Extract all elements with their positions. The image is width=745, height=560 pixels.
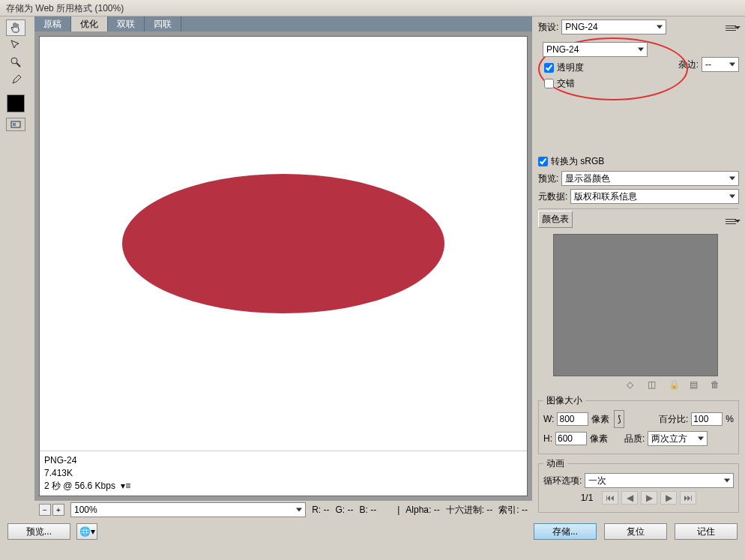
- preview-dropdown[interactable]: 显示器颜色: [561, 171, 739, 186]
- svg-line-1: [16, 63, 20, 67]
- browser-preview-button[interactable]: 🌐▾: [76, 523, 97, 540]
- height-label: H:: [543, 433, 552, 444]
- info-menu-icon[interactable]: ▾≡: [121, 480, 130, 493]
- readout-b: B: --: [360, 505, 377, 515]
- eyedropper-tool[interactable]: [6, 71, 25, 88]
- percent-unit: %: [726, 414, 734, 424]
- convert-srgb-checkbox[interactable]: [538, 157, 548, 166]
- px-unit-w: 像素: [591, 413, 609, 426]
- status-bar: − + 100% R: -- G: -- B: -- | Alpha: -- 十…: [34, 501, 532, 519]
- tab-optimized[interactable]: 优化: [71, 16, 108, 31]
- color-table-menu-icon[interactable]: [726, 215, 739, 227]
- convert-srgb-label: 转换为 sRGB: [551, 155, 604, 168]
- play-button[interactable]: ▶: [641, 491, 657, 505]
- slice-select-tool[interactable]: [6, 37, 25, 53]
- width-input[interactable]: [557, 412, 588, 426]
- prev-frame-button[interactable]: ◀: [621, 491, 638, 505]
- window-title: 存储为 Web 所用格式 (100%): [6, 3, 124, 13]
- readout-alpha: Alpha: --: [405, 505, 439, 515]
- readout-hex: 十六进制: --: [446, 504, 493, 517]
- ct-lock-icon[interactable]: 🔒: [669, 379, 679, 390]
- width-label: W:: [543, 414, 554, 424]
- ct-snap-icon[interactable]: ◇: [627, 379, 637, 390]
- preset-label: 预设:: [538, 21, 558, 34]
- frame-indicator: 1/1: [581, 493, 594, 503]
- loop-dropdown[interactable]: 一次: [585, 473, 734, 488]
- svg-rect-3: [13, 123, 16, 126]
- percent-label: 百分比:: [659, 413, 688, 426]
- settings-panel: 预设: PNG-24 杂边: -- PNG-24 透明度 交错: [535, 16, 745, 519]
- eyedropper-color[interactable]: [7, 94, 25, 112]
- preview-area: PNG-24 7.413K 2 秒 @ 56.6 Kbps ▾≡: [34, 31, 532, 501]
- loop-label: 循环选项:: [543, 475, 582, 487]
- preview-label: 预览:: [538, 172, 558, 185]
- format-highlight-circle: PNG-24 透明度 交错: [538, 37, 688, 100]
- color-table-actions: ◇ ◫ 🔒 ▤ 🗑: [538, 379, 739, 390]
- matte-dropdown[interactable]: --: [702, 57, 739, 72]
- readout-r: R: --: [312, 505, 329, 515]
- reset-button[interactable]: 复位: [604, 523, 667, 540]
- preset-dropdown[interactable]: PNG-24: [561, 19, 666, 34]
- link-dimensions-icon[interactable]: ⟆: [614, 410, 624, 428]
- height-input[interactable]: [555, 432, 587, 445]
- window-titlebar: 存储为 Web 所用格式 (100%): [0, 0, 745, 16]
- tab-original[interactable]: 原稿: [34, 16, 71, 31]
- quality-label: 品质:: [624, 433, 645, 445]
- ct-new-icon[interactable]: ▤: [690, 379, 700, 390]
- percent-input[interactable]: [691, 412, 723, 426]
- ct-shift-icon[interactable]: ◫: [648, 379, 658, 390]
- metadata-label: 元数据:: [538, 190, 567, 203]
- svg-point-0: [11, 58, 17, 64]
- animation-legend: 动画: [543, 457, 567, 470]
- quality-dropdown[interactable]: 两次立方: [648, 431, 708, 446]
- format-dropdown[interactable]: PNG-24: [543, 42, 648, 57]
- info-size: 7.413K: [44, 467, 522, 480]
- animation-group: 动画 循环选项: 一次 1/1 ⏮ ◀ ▶ ▶ ⏭: [538, 457, 739, 513]
- color-table-label: 颜色表: [538, 211, 573, 228]
- zoom-tool[interactable]: [6, 54, 25, 70]
- preview-column: 原稿 优化 双联 四联 PNG-24 7.413K 2 秒 @ 56.6 Kbp…: [31, 16, 535, 519]
- image-size-legend: 图像大小: [543, 394, 585, 407]
- hand-tool[interactable]: [6, 19, 25, 36]
- zoom-in-button[interactable]: +: [52, 504, 64, 516]
- canvas-view[interactable]: [40, 37, 527, 451]
- color-table[interactable]: [553, 234, 718, 376]
- transparency-checkbox[interactable]: [544, 63, 554, 73]
- preset-menu-icon[interactable]: [726, 21, 739, 33]
- zoom-level-select[interactable]: 100%: [70, 502, 306, 517]
- preview-tabs: 原稿 优化 双联 四联: [34, 16, 532, 31]
- dialog-buttons: 预览... 🌐▾ 存储... 复位 记住: [0, 519, 745, 544]
- tab-four-up[interactable]: 四联: [145, 16, 181, 31]
- readout-index: 索引: --: [498, 504, 528, 517]
- slice-visibility-toggle[interactable]: [6, 118, 25, 131]
- preview-button[interactable]: 预览...: [7, 523, 70, 540]
- tab-two-up[interactable]: 双联: [108, 16, 145, 31]
- interlaced-label: 交错: [557, 77, 575, 90]
- remember-button[interactable]: 记住: [675, 523, 738, 540]
- info-speed: 2 秒 @ 56.6 Kbps: [44, 481, 115, 491]
- last-frame-button[interactable]: ⏭: [680, 491, 696, 505]
- optimize-info: PNG-24 7.413K 2 秒 @ 56.6 Kbps ▾≡: [40, 451, 527, 496]
- zoom-out-button[interactable]: −: [39, 504, 51, 516]
- tools-toolbar: [0, 16, 31, 519]
- image-size-group: 图像大小 W: 像素 ⟆ 百分比: % H: 像素 品质: 两次立方: [538, 394, 739, 454]
- save-button[interactable]: 存储...: [534, 523, 597, 540]
- ellipse-shape: [122, 174, 444, 313]
- interlaced-checkbox[interactable]: [544, 79, 554, 88]
- px-unit-h: 像素: [590, 433, 608, 445]
- ct-delete-icon[interactable]: 🗑: [711, 379, 721, 390]
- metadata-dropdown[interactable]: 版权和联系信息: [570, 189, 739, 204]
- info-format: PNG-24: [44, 454, 522, 467]
- transparency-label: 透明度: [557, 61, 584, 74]
- first-frame-button[interactable]: ⏮: [602, 491, 618, 505]
- next-frame-button[interactable]: ▶: [660, 491, 677, 505]
- readout-g: G: --: [336, 505, 354, 515]
